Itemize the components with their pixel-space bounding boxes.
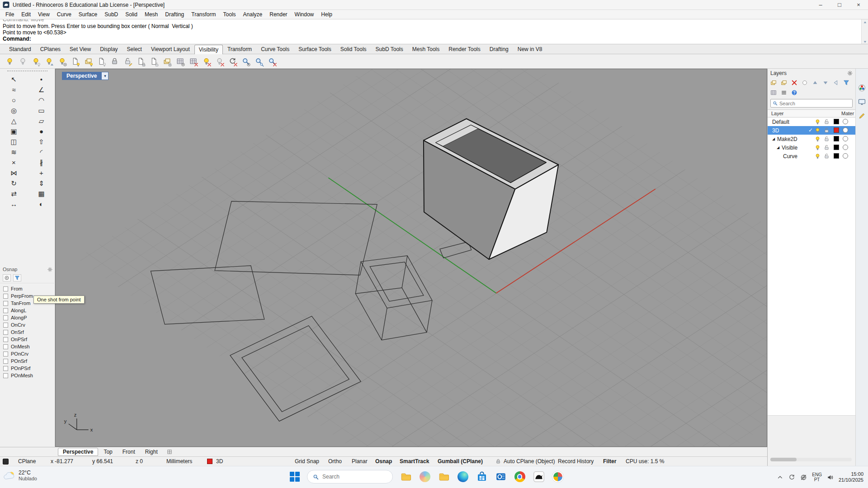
layer-columns-icon[interactable] <box>769 89 778 97</box>
tab-display[interactable]: Display <box>95 44 122 54</box>
sync-icon[interactable] <box>788 474 795 481</box>
layer-visibility-bulb-icon[interactable] <box>815 127 821 133</box>
checkbox-poncrv[interactable] <box>3 352 8 357</box>
hide-isolate-icon[interactable] <box>43 56 55 67</box>
status-units[interactable]: Millimeters <box>166 457 192 466</box>
join-tool-icon[interactable]: ⋈ <box>0 168 28 178</box>
tab-select[interactable]: Select <box>123 44 146 54</box>
lock-swap-icon[interactable] <box>161 56 173 67</box>
layer-color-swatch[interactable] <box>834 136 839 141</box>
zoom-hidden-icon[interactable] <box>266 56 278 67</box>
split-tool-icon[interactable]: ∦ <box>28 157 55 168</box>
fillet-tool-icon[interactable]: ◜ <box>28 147 55 157</box>
menu-transform[interactable]: Transform <box>188 10 219 19</box>
viewport-menu-dropdown-icon[interactable]: ▾ <box>101 72 108 80</box>
circle-tool-icon[interactable]: ○ <box>0 95 28 105</box>
layer-name[interactable]: Make2D <box>777 136 797 142</box>
status-current-layer[interactable]: 3D <box>216 457 223 466</box>
layer-lock-icon[interactable] <box>824 153 830 159</box>
status-gumball[interactable]: Gumball (CPlane) <box>438 457 483 466</box>
tab-standard[interactable]: Standard <box>5 44 36 54</box>
checkbox-onpsrf[interactable] <box>3 337 8 342</box>
checkbox-oncrv[interactable] <box>3 323 8 328</box>
zoom-extents-icon[interactable] <box>253 56 264 67</box>
ellipse-tool-icon[interactable]: ◎ <box>0 105 28 116</box>
trim-tool-icon[interactable]: × <box>0 157 28 168</box>
loft-tool-icon[interactable]: ≋ <box>0 147 28 157</box>
menu-help[interactable]: Help <box>317 10 336 19</box>
viewport-label[interactable]: Perspective ▾ <box>62 72 108 80</box>
scrollbar-thumb[interactable] <box>770 458 797 461</box>
checkbox-onmesh[interactable] <box>3 344 8 349</box>
checkbox-onsrf[interactable] <box>3 330 8 335</box>
rectangle-tool-icon[interactable]: ▭ <box>28 105 55 116</box>
menu-mesh[interactable]: Mesh <box>141 10 161 19</box>
materials-panel-icon[interactable] <box>858 84 866 92</box>
status-record-history[interactable]: Record History <box>558 457 594 466</box>
status-grid-snap[interactable]: Grid Snap <box>295 457 319 466</box>
menu-file[interactable]: File <box>2 10 18 19</box>
viewport-title[interactable]: Perspective <box>62 72 101 80</box>
layer-menu-icon[interactable] <box>779 89 788 97</box>
tab-curve-tools[interactable]: Curve Tools <box>256 44 294 54</box>
layer-visibility-bulb-icon[interactable] <box>815 136 821 142</box>
layer-name[interactable]: Curve <box>783 153 797 160</box>
layer-row-3d[interactable]: 3D ✓ <box>768 126 855 135</box>
start-button-icon[interactable] <box>289 471 300 482</box>
menu-drafting[interactable]: Drafting <box>161 10 188 19</box>
paint-icon[interactable] <box>552 471 564 483</box>
box-tool-icon[interactable]: ▣ <box>0 126 28 136</box>
layers-horizontal-scrollbar[interactable] <box>770 458 852 461</box>
status-filter[interactable]: Filter <box>603 457 616 466</box>
edge-icon[interactable] <box>457 471 469 483</box>
layer-lock-icon[interactable] <box>824 136 830 142</box>
copilot-icon[interactable] <box>419 471 431 483</box>
plane-tool-icon[interactable]: ▱ <box>28 116 55 126</box>
checkbox-alongp[interactable] <box>3 315 8 320</box>
layer-help-icon[interactable] <box>790 89 799 97</box>
vptab-right[interactable]: Right <box>141 448 162 455</box>
checkbox-tanfrom[interactable] <box>3 301 8 306</box>
sidebar-drag-handle[interactable] <box>7 70 47 73</box>
show-in-detail-icon[interactable] <box>82 56 94 67</box>
perspective-viewport[interactable]: x z y Perspective ▾ <box>55 69 767 447</box>
layer-name[interactable]: 3D <box>772 127 779 134</box>
show-control-points-icon[interactable] <box>174 56 186 67</box>
extrude-tool-icon[interactable]: ⇧ <box>28 136 55 147</box>
layers-search-box[interactable] <box>770 99 853 108</box>
tab-transform[interactable]: Transform <box>223 44 256 54</box>
display-panel-icon[interactable] <box>858 98 866 106</box>
tab-drafting[interactable]: Drafting <box>485 44 513 54</box>
layer-color-swatch[interactable] <box>834 119 839 124</box>
store-icon[interactable] <box>476 471 488 483</box>
swap-hidden-icon[interactable] <box>200 56 212 67</box>
tray-expand-chevron-icon[interactable] <box>777 474 783 481</box>
checkbox-from[interactable] <box>3 286 8 291</box>
polyline-tool-icon[interactable]: ∠ <box>28 84 55 95</box>
layer-material-circle[interactable] <box>843 136 848 141</box>
delete-layer-icon[interactable] <box>790 79 799 87</box>
collapse-layers-icon[interactable] <box>831 79 840 87</box>
vptab-top[interactable]: Top <box>99 448 117 455</box>
show-objects-icon[interactable] <box>17 56 28 67</box>
tab-render-tools[interactable]: Render Tools <box>444 44 485 54</box>
rotate-tool-icon[interactable]: ↻ <box>0 178 28 188</box>
taskbar-clock[interactable]: 15:00 21/10/2025 <box>839 471 863 483</box>
osnap-disable-icon[interactable] <box>3 274 11 282</box>
checkbox-alongl[interactable] <box>3 308 8 313</box>
layer-row-curve[interactable]: Curve <box>768 152 855 160</box>
mirror-tool-icon[interactable]: ⇄ <box>0 188 28 199</box>
checkbox-ponmesh[interactable] <box>3 373 8 378</box>
outlook-icon[interactable] <box>495 471 507 483</box>
status-smarttrack[interactable]: SmartTrack <box>400 457 429 466</box>
vptab-perspective[interactable]: Perspective <box>58 448 98 456</box>
status-cplane[interactable]: CPlane <box>18 457 36 466</box>
layer-lock-icon[interactable] <box>824 119 830 125</box>
layer-lock-icon[interactable] <box>824 127 830 133</box>
layer-visibility-bulb-icon[interactable] <box>815 119 821 125</box>
hide-control-points-icon[interactable] <box>187 56 199 67</box>
new-sublayer-icon[interactable] <box>779 79 788 87</box>
close-button[interactable]: × <box>849 0 868 9</box>
menu-curve[interactable]: Curve <box>53 10 75 19</box>
move-layer-down-icon[interactable] <box>821 79 830 87</box>
